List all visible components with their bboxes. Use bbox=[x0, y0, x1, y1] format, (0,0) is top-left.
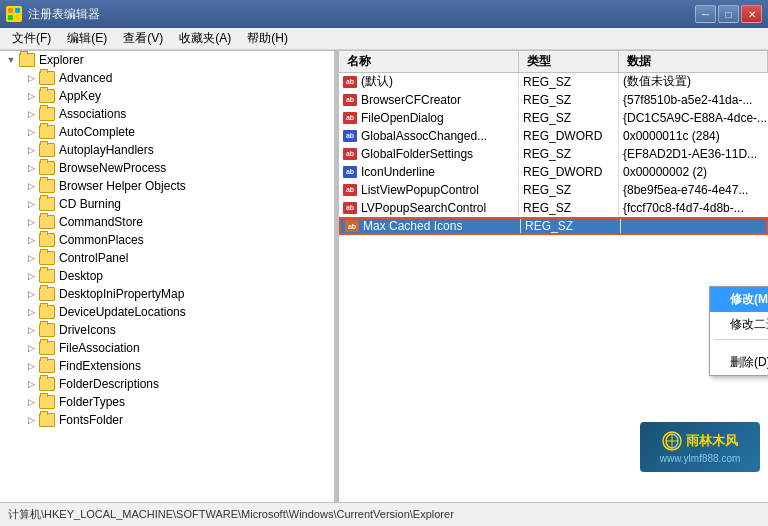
folder-icon-cdburning bbox=[39, 197, 55, 211]
menu-file[interactable]: 文件(F) bbox=[4, 30, 59, 48]
context-menu-item-rename[interactable]: 删除(D) bbox=[710, 350, 768, 375]
menu-edit[interactable]: 编辑(E) bbox=[59, 30, 115, 48]
folder-icon-advanced bbox=[39, 71, 55, 85]
cell-name: ab GlobalFolderSettings bbox=[339, 145, 519, 162]
context-menu-item-modify-binary[interactable]: 修改二进制数据(B)... bbox=[710, 312, 768, 337]
row-name: FileOpenDialog bbox=[361, 111, 444, 125]
cell-data: {EF8AD2D1-AE36-11D... bbox=[619, 145, 768, 162]
table-row[interactable]: ab GlobalAssocChanged... REG_DWORD 0x000… bbox=[339, 127, 768, 145]
folder-icon-associations bbox=[39, 107, 55, 121]
folder-icon-appkey bbox=[39, 89, 55, 103]
tree-item-fontsfolder[interactable]: ▷ FontsFolder bbox=[0, 411, 334, 429]
tree-item-desktopinipropmap[interactable]: ▷ DesktopIniPropertyMap bbox=[0, 285, 334, 303]
tree-item-cdburning[interactable]: ▷ CD Burning bbox=[0, 195, 334, 213]
tree-item-controlpanel[interactable]: ▷ ControlPanel bbox=[0, 249, 334, 267]
title-bar: 注册表编辑器 ─ □ ✕ bbox=[0, 0, 768, 28]
tree-item-autocomplete[interactable]: ▷ AutoComplete bbox=[0, 123, 334, 141]
context-menu-item-modify[interactable]: 修改(M)... bbox=[710, 287, 768, 312]
tree-item-desktop[interactable]: ▷ Desktop bbox=[0, 267, 334, 285]
expand-icon-driveicons: ▷ bbox=[24, 323, 38, 337]
tree-label-fontsfolder: FontsFolder bbox=[59, 413, 123, 427]
column-header-type[interactable]: 类型 bbox=[519, 51, 619, 72]
table-row-max-cached-icons[interactable]: ab Max Cached Icons REG_SZ bbox=[339, 217, 768, 235]
tree-item-appkey[interactable]: ▷ AppKey bbox=[0, 87, 334, 105]
row-name: GlobalAssocChanged... bbox=[361, 129, 487, 143]
tree-item-commonplaces[interactable]: ▷ CommonPlaces bbox=[0, 231, 334, 249]
svg-rect-0 bbox=[8, 8, 13, 13]
folder-icon-browsenewprocess bbox=[39, 161, 55, 175]
tree-label-desktop: Desktop bbox=[59, 269, 103, 283]
context-menu: 修改(M)... 修改二进制数据(B)... 删除(D) bbox=[709, 286, 768, 376]
tree-item-bho[interactable]: ▷ Browser Helper Objects bbox=[0, 177, 334, 195]
watermark-icon bbox=[662, 431, 682, 451]
expand-icon-desktop: ▷ bbox=[24, 269, 38, 283]
tree-label-deviceupdate: DeviceUpdateLocations bbox=[59, 305, 186, 319]
cell-name: ab (默认) bbox=[339, 73, 519, 90]
menu-view[interactable]: 查看(V) bbox=[115, 30, 171, 48]
expand-icon-autocomplete: ▷ bbox=[24, 125, 38, 139]
tree-label-folderdescriptions: FolderDescriptions bbox=[59, 377, 159, 391]
expand-icon-findextensions: ▷ bbox=[24, 359, 38, 373]
tree-scroll[interactable]: ▼ Explorer ▷ Advanced ▷ AppKey ▷ Associa… bbox=[0, 51, 334, 502]
tree-item-driveicons[interactable]: ▷ DriveIcons bbox=[0, 321, 334, 339]
folder-icon-fileassociation bbox=[39, 341, 55, 355]
tree-item-advanced[interactable]: ▷ Advanced bbox=[0, 69, 334, 87]
cell-type: REG_DWORD bbox=[519, 127, 619, 144]
expand-icon-desktopinipropmap: ▷ bbox=[24, 287, 38, 301]
context-menu-item-delete[interactable] bbox=[710, 342, 768, 350]
tree-item-deviceupdate[interactable]: ▷ DeviceUpdateLocations bbox=[0, 303, 334, 321]
tree-label-browsenewprocess: BrowseNewProcess bbox=[59, 161, 166, 175]
column-header-data[interactable]: 数据 bbox=[619, 51, 768, 72]
tree-item-autoplayhandlers[interactable]: ▷ AutoplayHandlers bbox=[0, 141, 334, 159]
column-header-name[interactable]: 名称 bbox=[339, 51, 519, 72]
tree-label-autocomplete: AutoComplete bbox=[59, 125, 135, 139]
menu-favorites[interactable]: 收藏夹(A) bbox=[171, 30, 239, 48]
menu-bar: 文件(F) 编辑(E) 查看(V) 收藏夹(A) 帮助(H) bbox=[0, 28, 768, 50]
expand-icon-explorer: ▼ bbox=[4, 53, 18, 67]
maximize-button[interactable]: □ bbox=[718, 5, 739, 23]
row-name: IconUnderline bbox=[361, 165, 435, 179]
table-header: 名称 类型 数据 bbox=[339, 51, 768, 73]
table-row[interactable]: ab (默认) REG_SZ (数值未设置) bbox=[339, 73, 768, 91]
watermark: 雨林木风 www.ylmf888.com bbox=[640, 422, 760, 472]
tree-item-commandstore[interactable]: ▷ CommandStore bbox=[0, 213, 334, 231]
cell-type: REG_SZ bbox=[521, 219, 621, 233]
table-row[interactable]: ab IconUnderline REG_DWORD 0x00000002 (2… bbox=[339, 163, 768, 181]
reg-sz-icon: ab bbox=[343, 202, 357, 214]
expand-icon-deviceupdate: ▷ bbox=[24, 305, 38, 319]
folder-icon-commandstore bbox=[39, 215, 55, 229]
folder-icon-foldertypes bbox=[39, 395, 55, 409]
minimize-button[interactable]: ─ bbox=[695, 5, 716, 23]
table-row[interactable]: ab ListViewPopupControl REG_SZ {8be9f5ea… bbox=[339, 181, 768, 199]
cell-data: {fccf70c8-f4d7-4d8b-... bbox=[619, 199, 768, 216]
table-row[interactable]: ab GlobalFolderSettings REG_SZ {EF8AD2D1… bbox=[339, 145, 768, 163]
table-row[interactable]: ab BrowserCFCreator REG_SZ {57f8510b-a5e… bbox=[339, 91, 768, 109]
cell-name: ab ListViewPopupControl bbox=[339, 181, 519, 198]
app-icon bbox=[6, 6, 22, 22]
tree-label-findextensions: FindExtensions bbox=[59, 359, 141, 373]
table-row[interactable]: ab FileOpenDialog REG_SZ {DC1C5A9C-E88A-… bbox=[339, 109, 768, 127]
folder-icon-controlpanel bbox=[39, 251, 55, 265]
svg-rect-1 bbox=[15, 8, 20, 13]
folder-icon-autocomplete bbox=[39, 125, 55, 139]
tree-item-fileassociation[interactable]: ▷ FileAssociation bbox=[0, 339, 334, 357]
tree-item-folderdescriptions[interactable]: ▷ FolderDescriptions bbox=[0, 375, 334, 393]
tree-item-findextensions[interactable]: ▷ FindExtensions bbox=[0, 357, 334, 375]
expand-icon-commonplaces: ▷ bbox=[24, 233, 38, 247]
cell-data bbox=[621, 219, 766, 233]
tree-label-driveicons: DriveIcons bbox=[59, 323, 116, 337]
folder-icon-explorer bbox=[19, 53, 35, 67]
svg-rect-2 bbox=[8, 15, 13, 20]
reg-sz-icon: ab bbox=[345, 220, 359, 232]
close-button[interactable]: ✕ bbox=[741, 5, 762, 23]
tree-label-commandstore: CommandStore bbox=[59, 215, 143, 229]
tree-item-explorer[interactable]: ▼ Explorer bbox=[0, 51, 334, 69]
menu-help[interactable]: 帮助(H) bbox=[239, 30, 296, 48]
tree-label-appkey: AppKey bbox=[59, 89, 101, 103]
table-row[interactable]: ab LVPopupSearchControl REG_SZ {fccf70c8… bbox=[339, 199, 768, 217]
tree-item-foldertypes[interactable]: ▷ FolderTypes bbox=[0, 393, 334, 411]
tree-item-associations[interactable]: ▷ Associations bbox=[0, 105, 334, 123]
tree-item-browsenewprocess[interactable]: ▷ BrowseNewProcess bbox=[0, 159, 334, 177]
cell-data: (数值未设置) bbox=[619, 73, 768, 90]
folder-icon-findextensions bbox=[39, 359, 55, 373]
